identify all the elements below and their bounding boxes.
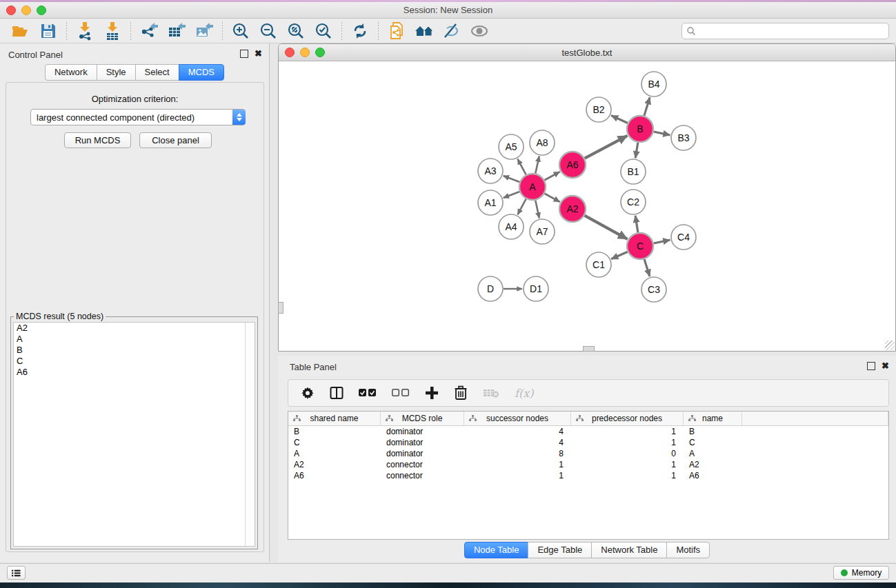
graph-node-C4[interactable]: C4 xyxy=(671,225,696,250)
graph-node-B3[interactable]: B3 xyxy=(671,125,696,150)
edge-C-C1[interactable] xyxy=(611,252,628,259)
network-window-titlebar[interactable]: testGlobe.txt xyxy=(279,44,895,61)
graph-node-A8[interactable]: A8 xyxy=(530,130,555,155)
graph-node-B1[interactable]: B1 xyxy=(621,159,646,184)
tab-network-table[interactable]: Network Table xyxy=(591,542,667,558)
splitter-handle-left[interactable] xyxy=(278,302,283,314)
graph-node-D[interactable]: D xyxy=(478,276,503,301)
graph-node-C1[interactable]: C1 xyxy=(586,252,611,277)
network-canvas[interactable]: B4B2BB3A5A8A6A3B1AC2A1A2A4A7C4CC1C3DD1 xyxy=(279,61,895,351)
mcds-result-item[interactable]: A2 xyxy=(14,323,255,334)
column-header-predecessor-nodes[interactable]: predecessor nodes xyxy=(571,412,684,425)
graph-node-C3[interactable]: C3 xyxy=(641,277,666,302)
open-file-button[interactable] xyxy=(7,21,34,41)
import-table-button[interactable] xyxy=(99,21,126,41)
deselect-all-checkboxes-button[interactable] xyxy=(392,388,410,398)
edge-A-A6[interactable] xyxy=(545,172,560,180)
edge-B-B1[interactable] xyxy=(635,143,638,159)
export-image-button[interactable] xyxy=(190,21,218,41)
export-table-button[interactable] xyxy=(163,21,190,41)
zoom-in-button[interactable] xyxy=(227,21,255,41)
column-header-successor-nodes[interactable]: successor nodes xyxy=(464,412,571,425)
graph-node-B4[interactable]: B4 xyxy=(641,72,666,97)
split-panel-button[interactable] xyxy=(330,386,344,400)
import-network-button[interactable] xyxy=(71,21,99,41)
table-row[interactable]: A2connector11A2 xyxy=(288,459,888,470)
edge-B-B3[interactable] xyxy=(654,132,670,135)
add-column-button[interactable] xyxy=(425,386,439,400)
edge-A-A3[interactable] xyxy=(504,176,520,182)
delete-column-button[interactable] xyxy=(454,385,468,401)
edge-C-C3[interactable] xyxy=(644,259,650,276)
tab-node-table[interactable]: Node Table xyxy=(464,542,529,558)
select-all-checkboxes-button[interactable] xyxy=(359,388,377,398)
graph-node-A6[interactable]: A6 xyxy=(559,152,586,178)
graph-node-B2[interactable]: B2 xyxy=(586,97,611,122)
table-row[interactable]: Cdominator41C xyxy=(288,437,888,448)
graph-node-C[interactable]: C xyxy=(627,233,653,259)
edge-A6-B[interactable] xyxy=(585,136,628,159)
double-home-button[interactable] xyxy=(410,21,438,41)
edge-A2-C[interactable] xyxy=(585,216,628,239)
edge-A-A8[interactable] xyxy=(535,156,539,174)
edge-A-A5[interactable] xyxy=(517,159,526,175)
close-panel-button[interactable]: Close panel xyxy=(139,132,212,148)
mcds-result-item[interactable]: A6 xyxy=(14,367,255,378)
table-row[interactable]: Bdominator41B xyxy=(288,426,888,437)
tab-mcds[interactable]: MCDS xyxy=(179,64,224,81)
float-table-panel-icon[interactable] xyxy=(867,362,875,370)
mcds-result-item[interactable]: B xyxy=(14,345,255,356)
close-panel-icon[interactable]: ✖ xyxy=(255,50,262,57)
edge-A-A7[interactable] xyxy=(535,201,539,219)
edge-C-C2[interactable] xyxy=(635,216,638,232)
graph-node-A[interactable]: A xyxy=(519,174,546,200)
refresh-button[interactable] xyxy=(346,21,374,41)
zoom-fit-button[interactable] xyxy=(282,21,310,41)
column-header-name[interactable]: name xyxy=(684,412,742,425)
float-panel-icon[interactable] xyxy=(240,50,248,58)
graph-node-A7[interactable]: A7 xyxy=(530,219,555,244)
graph-node-C2[interactable]: C2 xyxy=(621,190,646,214)
optimization-criterion-dropdown[interactable]: largest connected component (directed) xyxy=(30,109,246,125)
edge-C-C4[interactable] xyxy=(654,240,670,243)
table-row[interactable]: Adominator80A xyxy=(288,448,888,459)
close-table-panel-icon[interactable]: ✖ xyxy=(882,363,889,369)
edge-A-A1[interactable] xyxy=(504,192,520,198)
result-list-scrollbar[interactable] xyxy=(245,323,255,546)
graph-node-A2[interactable]: A2 xyxy=(559,196,586,222)
save-session-button[interactable] xyxy=(34,21,62,41)
graph-node-A5[interactable]: A5 xyxy=(499,134,524,159)
tab-style[interactable]: Style xyxy=(97,64,136,81)
export-network-button[interactable] xyxy=(135,21,163,41)
tab-select[interactable]: Select xyxy=(135,64,179,81)
edge-B-B4[interactable] xyxy=(644,97,650,116)
search-input[interactable] xyxy=(696,24,888,38)
table-row[interactable]: A6connector11A6 xyxy=(288,470,888,481)
show-hide-graphics-details-button[interactable] xyxy=(438,21,466,41)
mcds-result-item[interactable]: A xyxy=(14,334,255,345)
edge-B-B2[interactable] xyxy=(611,115,628,123)
mcds-result-item[interactable]: C xyxy=(14,356,255,367)
graph-node-A1[interactable]: A1 xyxy=(478,190,503,215)
show-panels-list-button[interactable] xyxy=(7,566,26,580)
edge-A-A2[interactable] xyxy=(545,194,560,202)
edge-A-A4[interactable] xyxy=(517,199,526,215)
column-header-shared-name[interactable]: shared name xyxy=(288,412,381,425)
graph-node-B[interactable]: B xyxy=(627,116,653,142)
splitter-handle-bottom[interactable] xyxy=(583,346,595,352)
graph-node-A3[interactable]: A3 xyxy=(478,159,503,183)
run-mcds-button[interactable]: Run MCDS xyxy=(64,132,131,148)
new-network-from-selection-button[interactable] xyxy=(383,21,410,41)
tab-edge-table[interactable]: Edge Table xyxy=(528,542,592,558)
bird-eye-view-button[interactable] xyxy=(466,21,493,41)
window-resize-grip[interactable] xyxy=(885,341,895,350)
table-settings-gear-button[interactable] xyxy=(301,386,315,400)
zoom-selected-button[interactable] xyxy=(310,21,337,41)
tab-motifs[interactable]: Motifs xyxy=(666,542,710,558)
graph-node-D1[interactable]: D1 xyxy=(524,276,548,301)
tab-network[interactable]: Network xyxy=(45,64,97,81)
memory-button[interactable]: Memory xyxy=(833,566,889,580)
graph-node-A4[interactable]: A4 xyxy=(499,214,524,239)
column-header-MCDS-role[interactable]: MCDS role xyxy=(381,412,464,425)
zoom-out-button[interactable] xyxy=(255,21,282,41)
